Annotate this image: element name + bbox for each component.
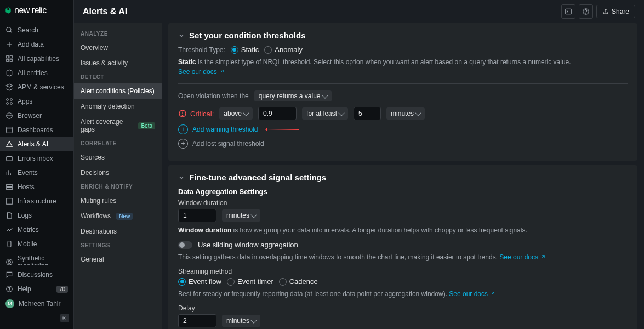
nav-help[interactable]: ?Help70 <box>0 282 73 296</box>
radio-static[interactable]: Static <box>231 46 259 54</box>
svg-rect-6 <box>7 59 9 61</box>
open-violation-label: Open violation when the <box>178 92 249 100</box>
finetune-header[interactable]: Fine-tune advanced signal settings <box>178 173 628 182</box>
new-badge: New <box>116 213 133 220</box>
radio-cadence[interactable]: Cadence <box>279 277 318 286</box>
nav-dashboards[interactable]: Dashboards <box>0 123 73 137</box>
subnav-alert-conditions[interactable]: Alert conditions (Policies) <box>74 83 162 99</box>
question-icon <box>582 8 590 15</box>
thresholds-card: Set your condition thresholds Threshold … <box>168 23 637 161</box>
sliding-toggle[interactable] <box>178 241 192 249</box>
layers-icon <box>5 83 13 91</box>
caret-icon <box>243 110 249 116</box>
nav-mobile[interactable]: Mobile <box>0 237 73 251</box>
alert-icon <box>5 140 13 148</box>
nav-apps[interactable]: Apps <box>0 94 73 109</box>
see-docs-link[interactable]: See our docs <box>178 67 224 77</box>
sliding-desc: This setting gathers data in overlapping… <box>178 252 628 262</box>
nav-bottom: Discussions ?Help70 MMehreen Tahir <box>0 265 73 329</box>
subnav-muting[interactable]: Muting rules <box>74 193 162 208</box>
svg-point-11 <box>7 103 9 105</box>
add-lost-signal[interactable]: + Add lost signal threshold <box>178 139 628 149</box>
for-value-input[interactable] <box>354 107 381 120</box>
radio-eventflow[interactable]: Event flow <box>178 277 221 286</box>
nav-metrics[interactable]: Metrics <box>0 223 73 237</box>
subnav-issues[interactable]: Issues & activity <box>74 55 162 71</box>
plus-icon <box>5 41 13 48</box>
nav-logs[interactable]: Logs <box>0 208 73 223</box>
subnav-overview[interactable]: Overview <box>74 40 162 55</box>
content-panel: Set your condition thresholds Threshold … <box>162 23 644 329</box>
subnav-sources[interactable]: Sources <box>74 150 162 165</box>
svg-point-32 <box>586 13 586 14</box>
nav-search[interactable]: Search <box>0 23 73 37</box>
infra-icon <box>5 197 13 205</box>
chart-icon <box>5 169 13 177</box>
window-value-input[interactable] <box>178 209 216 222</box>
delay-value-input[interactable] <box>178 314 216 327</box>
nav-synthetic[interactable]: Synthetic monitoring <box>0 251 73 265</box>
svg-rect-4 <box>7 56 9 58</box>
inbox-icon <box>5 155 13 162</box>
critical-icon <box>178 109 187 118</box>
annotation-arrow <box>266 129 299 130</box>
nav-capabilities[interactable]: All capabilities <box>0 52 73 66</box>
search-icon <box>5 26 13 34</box>
share-button[interactable]: Share <box>596 5 635 18</box>
nav-alerts[interactable]: Alerts & AI <box>0 137 73 151</box>
subnav-destinations[interactable]: Destinations <box>74 224 162 239</box>
monitor-icon <box>5 258 13 265</box>
help-badge: 70 <box>56 286 68 293</box>
see-docs-link-2[interactable]: See our docs <box>499 252 545 262</box>
subnav-coverage[interactable]: Alert coverage gapsBeta <box>74 114 162 137</box>
nav-infra[interactable]: Infrastructure <box>0 194 73 208</box>
window-unit-select[interactable]: minutes <box>222 209 260 222</box>
grid-icon <box>5 55 13 63</box>
external-icon <box>489 291 495 297</box>
subnav-decisions[interactable]: Decisions <box>74 165 162 180</box>
subnav-anomaly[interactable]: Anomaly detection <box>74 99 162 114</box>
nav-add-data[interactable]: Add data <box>0 37 73 52</box>
caret-icon <box>338 110 344 116</box>
radio-eventtimer[interactable]: Event timer <box>227 277 273 286</box>
for-at-least-select[interactable]: for at least <box>302 107 348 120</box>
above-select[interactable]: above <box>219 107 253 120</box>
nav-events[interactable]: Events <box>0 166 73 180</box>
delay-unit-select[interactable]: minutes <box>222 315 260 327</box>
nav-entities[interactable]: All entities <box>0 66 73 80</box>
radio-anomaly[interactable]: Anomaly <box>264 46 303 54</box>
radio-dot-checked <box>231 46 238 54</box>
query-returns-pill[interactable]: query returns a value <box>254 90 332 101</box>
subnav-workflows[interactable]: WorkflowsNew <box>74 208 162 224</box>
nav-apm[interactable]: APM & services <box>0 80 73 94</box>
svg-point-10 <box>10 99 13 101</box>
svg-point-9 <box>7 99 9 101</box>
caret-icon <box>415 110 421 116</box>
help-button[interactable] <box>579 4 593 19</box>
nav-browser[interactable]: Browser <box>0 109 73 123</box>
logo[interactable]: new relic <box>0 0 73 21</box>
query-button[interactable] <box>561 4 575 19</box>
critical-value-input[interactable] <box>258 107 297 120</box>
nav-hosts[interactable]: Hosts <box>0 180 73 194</box>
globe-icon <box>5 112 13 120</box>
collapse-sidebar[interactable] <box>60 314 69 322</box>
stream-desc: Best for steady or frequently reporting … <box>178 289 628 299</box>
minutes-select[interactable]: minutes <box>386 107 425 120</box>
divider <box>178 83 628 84</box>
add-warning[interactable]: + Add warning threshold <box>178 124 628 134</box>
thresholds-header[interactable]: Set your condition thresholds <box>178 31 628 40</box>
svg-rect-7 <box>10 59 12 61</box>
help-icon: ? <box>5 285 13 293</box>
svg-rect-24 <box>8 241 11 247</box>
caret-icon <box>250 317 257 323</box>
svg-line-1 <box>10 31 12 33</box>
streaming-label: Streaming method <box>178 268 628 275</box>
see-docs-link-3[interactable]: See our docs <box>449 289 495 299</box>
nav-errors[interactable]: Errors inbox <box>0 151 73 166</box>
nav-user[interactable]: MMehreen Tahir <box>0 296 73 311</box>
chevron-down-icon <box>178 174 185 181</box>
metrics-icon <box>5 226 13 234</box>
subnav-general[interactable]: General <box>74 252 162 267</box>
nav-discussions[interactable]: Discussions <box>0 268 73 282</box>
